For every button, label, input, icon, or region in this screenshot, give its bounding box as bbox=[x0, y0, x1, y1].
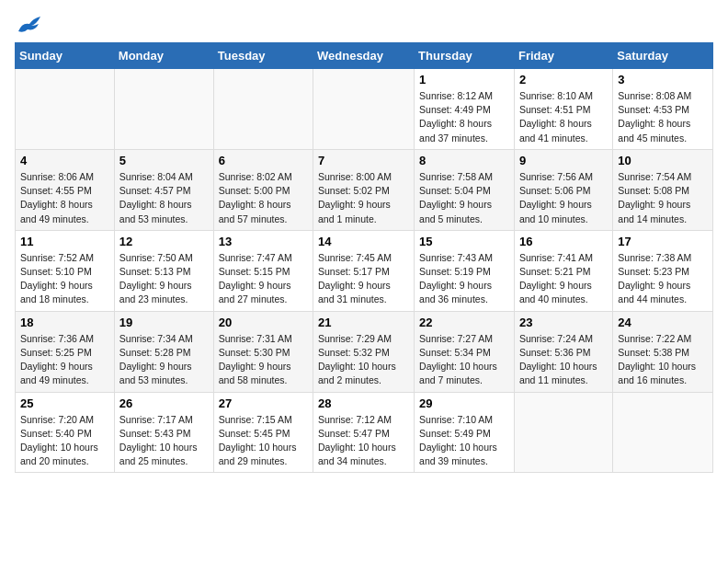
day-number: 5 bbox=[119, 154, 209, 167]
calendar-cell bbox=[213, 69, 313, 150]
day-info: Sunrise: 7:20 AM Sunset: 5:40 PM Dayligh… bbox=[20, 413, 109, 469]
day-number: 6 bbox=[219, 154, 308, 167]
day-number: 3 bbox=[618, 73, 708, 86]
day-number: 28 bbox=[318, 396, 409, 410]
day-info: Sunrise: 7:24 AM Sunset: 5:36 PM Dayligh… bbox=[519, 332, 608, 388]
day-number: 23 bbox=[519, 316, 608, 329]
calendar-cell: 8Sunrise: 7:58 AM Sunset: 5:04 PM Daylig… bbox=[415, 149, 515, 230]
day-info: Sunrise: 7:38 AM Sunset: 5:23 PM Dayligh… bbox=[618, 251, 708, 307]
day-info: Sunrise: 7:36 AM Sunset: 5:25 PM Dayligh… bbox=[20, 332, 109, 388]
calendar-week-row: 18Sunrise: 7:36 AM Sunset: 5:25 PM Dayli… bbox=[16, 311, 713, 392]
calendar-cell: 10Sunrise: 7:54 AM Sunset: 5:08 PM Dayli… bbox=[613, 149, 713, 230]
calendar-cell: 6Sunrise: 8:02 AM Sunset: 5:00 PM Daylig… bbox=[213, 149, 313, 230]
calendar-week-row: 25Sunrise: 7:20 AM Sunset: 5:40 PM Dayli… bbox=[16, 392, 713, 473]
calendar-cell: 21Sunrise: 7:29 AM Sunset: 5:32 PM Dayli… bbox=[313, 311, 415, 392]
calendar-cell: 17Sunrise: 7:38 AM Sunset: 5:23 PM Dayli… bbox=[613, 230, 713, 311]
day-number: 4 bbox=[20, 154, 109, 167]
day-info: Sunrise: 8:06 AM Sunset: 4:55 PM Dayligh… bbox=[20, 170, 109, 226]
calendar-cell: 16Sunrise: 7:41 AM Sunset: 5:21 PM Dayli… bbox=[514, 230, 612, 311]
day-info: Sunrise: 7:29 AM Sunset: 5:32 PM Dayligh… bbox=[318, 332, 409, 388]
day-info: Sunrise: 7:15 AM Sunset: 5:45 PM Dayligh… bbox=[219, 413, 308, 469]
day-info: Sunrise: 7:41 AM Sunset: 5:21 PM Dayligh… bbox=[519, 251, 608, 307]
day-info: Sunrise: 7:56 AM Sunset: 5:06 PM Dayligh… bbox=[519, 170, 608, 226]
calendar-cell bbox=[313, 69, 415, 150]
day-number: 12 bbox=[119, 235, 209, 248]
day-info: Sunrise: 7:58 AM Sunset: 5:04 PM Dayligh… bbox=[419, 170, 509, 226]
calendar-cell: 4Sunrise: 8:06 AM Sunset: 4:55 PM Daylig… bbox=[16, 149, 115, 230]
column-header-sunday: Sunday bbox=[16, 43, 115, 69]
column-header-tuesday: Tuesday bbox=[213, 43, 313, 69]
day-info: Sunrise: 8:10 AM Sunset: 4:51 PM Dayligh… bbox=[519, 89, 608, 145]
calendar-cell: 28Sunrise: 7:12 AM Sunset: 5:47 PM Dayli… bbox=[313, 392, 415, 473]
calendar-week-row: 4Sunrise: 8:06 AM Sunset: 4:55 PM Daylig… bbox=[16, 149, 713, 230]
calendar-week-row: 11Sunrise: 7:52 AM Sunset: 5:10 PM Dayli… bbox=[16, 230, 713, 311]
day-info: Sunrise: 7:45 AM Sunset: 5:17 PM Dayligh… bbox=[318, 251, 409, 307]
calendar-cell: 18Sunrise: 7:36 AM Sunset: 5:25 PM Dayli… bbox=[16, 311, 115, 392]
day-number: 21 bbox=[318, 316, 409, 329]
day-number: 26 bbox=[119, 396, 209, 410]
calendar-cell: 13Sunrise: 7:47 AM Sunset: 5:15 PM Dayli… bbox=[213, 230, 313, 311]
day-number: 17 bbox=[618, 235, 708, 248]
day-info: Sunrise: 7:34 AM Sunset: 5:28 PM Dayligh… bbox=[119, 332, 209, 388]
day-info: Sunrise: 8:08 AM Sunset: 4:53 PM Dayligh… bbox=[618, 89, 708, 145]
calendar-cell: 26Sunrise: 7:17 AM Sunset: 5:43 PM Dayli… bbox=[114, 392, 213, 473]
header bbox=[15, 15, 713, 35]
column-header-thursday: Thursday bbox=[415, 43, 515, 69]
day-number: 19 bbox=[119, 316, 209, 329]
day-number: 11 bbox=[20, 235, 109, 248]
day-number: 18 bbox=[20, 316, 109, 329]
calendar-cell: 19Sunrise: 7:34 AM Sunset: 5:28 PM Dayli… bbox=[114, 311, 213, 392]
day-info: Sunrise: 7:52 AM Sunset: 5:10 PM Dayligh… bbox=[20, 251, 109, 307]
logo-icon bbox=[15, 15, 40, 35]
calendar-cell bbox=[613, 392, 713, 473]
day-info: Sunrise: 7:31 AM Sunset: 5:30 PM Dayligh… bbox=[219, 332, 308, 388]
day-number: 25 bbox=[20, 396, 109, 410]
day-number: 14 bbox=[318, 235, 409, 248]
calendar-cell: 9Sunrise: 7:56 AM Sunset: 5:06 PM Daylig… bbox=[514, 149, 612, 230]
calendar-week-row: 1Sunrise: 8:12 AM Sunset: 4:49 PM Daylig… bbox=[16, 69, 713, 150]
calendar-cell: 27Sunrise: 7:15 AM Sunset: 5:45 PM Dayli… bbox=[213, 392, 313, 473]
calendar-cell: 11Sunrise: 7:52 AM Sunset: 5:10 PM Dayli… bbox=[16, 230, 115, 311]
day-number: 1 bbox=[419, 73, 509, 86]
day-info: Sunrise: 7:43 AM Sunset: 5:19 PM Dayligh… bbox=[419, 251, 509, 307]
calendar-cell: 23Sunrise: 7:24 AM Sunset: 5:36 PM Dayli… bbox=[514, 311, 612, 392]
calendar-cell: 29Sunrise: 7:10 AM Sunset: 5:49 PM Dayli… bbox=[415, 392, 515, 473]
day-info: Sunrise: 8:12 AM Sunset: 4:49 PM Dayligh… bbox=[419, 89, 509, 145]
calendar-cell: 20Sunrise: 7:31 AM Sunset: 5:30 PM Dayli… bbox=[213, 311, 313, 392]
day-info: Sunrise: 7:12 AM Sunset: 5:47 PM Dayligh… bbox=[318, 413, 409, 469]
day-info: Sunrise: 7:47 AM Sunset: 5:15 PM Dayligh… bbox=[219, 251, 308, 307]
day-number: 27 bbox=[219, 396, 308, 410]
day-number: 24 bbox=[618, 316, 708, 329]
calendar-cell: 7Sunrise: 8:00 AM Sunset: 5:02 PM Daylig… bbox=[313, 149, 415, 230]
day-number: 13 bbox=[219, 235, 308, 248]
calendar-cell bbox=[114, 69, 213, 150]
calendar-cell: 3Sunrise: 8:08 AM Sunset: 4:53 PM Daylig… bbox=[613, 69, 713, 150]
calendar-cell: 15Sunrise: 7:43 AM Sunset: 5:19 PM Dayli… bbox=[415, 230, 515, 311]
column-header-friday: Friday bbox=[514, 43, 612, 69]
day-number: 9 bbox=[519, 154, 608, 167]
calendar-cell: 24Sunrise: 7:22 AM Sunset: 5:38 PM Dayli… bbox=[613, 311, 713, 392]
day-number: 20 bbox=[219, 316, 308, 329]
calendar-cell: 2Sunrise: 8:10 AM Sunset: 4:51 PM Daylig… bbox=[514, 69, 612, 150]
day-info: Sunrise: 7:27 AM Sunset: 5:34 PM Dayligh… bbox=[419, 332, 509, 388]
day-info: Sunrise: 7:50 AM Sunset: 5:13 PM Dayligh… bbox=[119, 251, 209, 307]
day-number: 10 bbox=[618, 154, 708, 167]
calendar-cell: 5Sunrise: 8:04 AM Sunset: 4:57 PM Daylig… bbox=[114, 149, 213, 230]
day-info: Sunrise: 8:02 AM Sunset: 5:00 PM Dayligh… bbox=[219, 170, 308, 226]
day-number: 2 bbox=[519, 73, 608, 86]
column-header-saturday: Saturday bbox=[613, 43, 713, 69]
day-info: Sunrise: 7:22 AM Sunset: 5:38 PM Dayligh… bbox=[618, 332, 708, 388]
day-info: Sunrise: 8:04 AM Sunset: 4:57 PM Dayligh… bbox=[119, 170, 209, 226]
day-number: 7 bbox=[318, 154, 409, 167]
day-number: 22 bbox=[419, 316, 509, 329]
column-header-monday: Monday bbox=[114, 43, 213, 69]
calendar-cell: 22Sunrise: 7:27 AM Sunset: 5:34 PM Dayli… bbox=[415, 311, 515, 392]
day-number: 15 bbox=[419, 235, 509, 248]
calendar-cell: 14Sunrise: 7:45 AM Sunset: 5:17 PM Dayli… bbox=[313, 230, 415, 311]
day-info: Sunrise: 8:00 AM Sunset: 5:02 PM Dayligh… bbox=[318, 170, 409, 226]
logo bbox=[15, 15, 44, 35]
day-info: Sunrise: 7:10 AM Sunset: 5:49 PM Dayligh… bbox=[419, 413, 509, 469]
calendar-cell bbox=[514, 392, 612, 473]
column-header-wednesday: Wednesday bbox=[313, 43, 415, 69]
day-number: 8 bbox=[419, 154, 509, 167]
